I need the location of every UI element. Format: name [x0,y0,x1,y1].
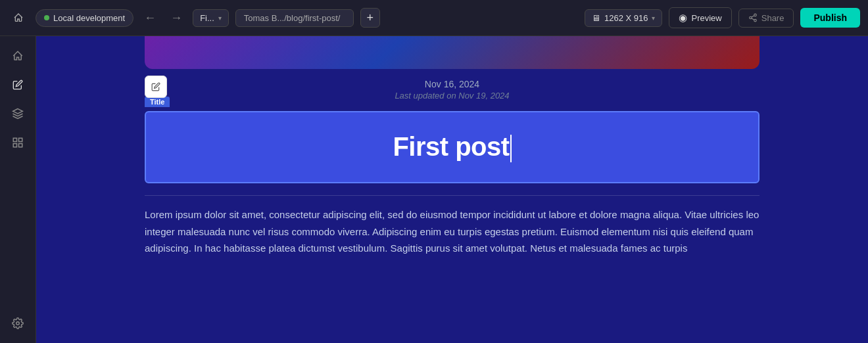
share-label: Share [761,13,784,23]
title-block[interactable]: First post [145,111,760,183]
forward-button[interactable]: → [166,8,186,28]
svg-rect-6 [13,144,16,147]
sidebar-home-icon[interactable] [6,44,30,68]
publish-button[interactable]: Publish [800,8,860,28]
content-area: Nov 16, 2024 Last updated on Nov 19, 202… [145,72,760,343]
title-wrapper: Title First post [145,111,760,183]
hero-gradient [145,36,760,69]
sidebar [0,36,36,343]
preview-button[interactable]: ◉ Preview [669,7,731,28]
date-updated: Last updated on Nov 19, 2024 [395,91,509,101]
back-button[interactable]: ← [140,8,160,28]
env-label: Local development [53,13,125,23]
sidebar-grid-icon[interactable] [6,131,30,154]
body-text: Lorem ipsum dolor sit amet, consectetur … [145,206,760,257]
viewport-label: 1262 X 916 [604,13,648,23]
chevron-down-icon: ▾ [652,14,655,22]
content-divider [145,195,760,196]
text-cursor [510,135,512,162]
share-button[interactable]: Share [738,9,794,28]
page-title: First post [393,132,511,161]
svg-point-8 [16,322,20,325]
preview-label: Preview [691,13,721,23]
add-tab-button[interactable]: + [360,8,380,28]
svg-rect-7 [19,144,22,147]
svg-point-1 [749,16,752,19]
file-selector[interactable]: Fi... ▾ [193,9,229,27]
svg-rect-5 [19,138,22,141]
date-section: Nov 16, 2024 Last updated on Nov 19, 202… [395,79,509,101]
svg-point-2 [754,19,756,22]
svg-point-0 [754,14,756,16]
monitor-icon: 🖥 [592,13,600,23]
main-layout: Nov 16, 2024 Last updated on Nov 19, 202… [0,36,868,343]
svg-marker-3 [13,109,23,114]
svg-rect-4 [13,138,16,141]
url-value: Tomas B.../blog/first-post/ [244,13,341,23]
canvas: Nov 16, 2024 Last updated on Nov 19, 202… [36,36,868,343]
sidebar-layers-icon[interactable] [6,102,30,126]
home-button[interactable] [8,7,29,28]
url-bar[interactable]: Tomas B.../blog/first-post/ [235,9,354,27]
date-published: Nov 16, 2024 [395,79,509,89]
page-wrapper: Nov 16, 2024 Last updated on Nov 19, 202… [36,36,868,343]
env-badge[interactable]: Local development [36,9,133,27]
file-selector-label: Fi... [200,13,214,23]
title-block-label: Title [145,97,170,107]
env-status-dot [44,15,49,20]
block-edit-button[interactable] [145,76,167,98]
chevron-down-icon: ▾ [218,14,222,22]
share-icon [748,13,758,22]
preview-icon: ◉ [679,12,687,24]
sidebar-edit-icon[interactable] [6,73,30,97]
topbar: Local development ← → Fi... ▾ Tomas B...… [0,0,868,36]
viewport-selector[interactable]: 🖥 1262 X 916 ▾ [585,9,663,27]
sidebar-settings-icon[interactable] [6,311,30,335]
